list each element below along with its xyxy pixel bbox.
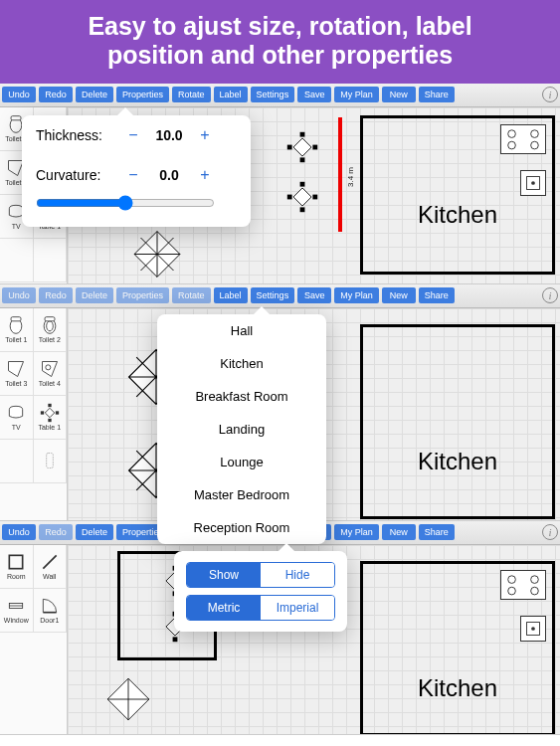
svg-rect-14 (300, 207, 305, 212)
save-button[interactable]: Save (297, 287, 331, 303)
myplan-button[interactable]: My Plan (334, 524, 379, 540)
palette-item-room[interactable]: Room (0, 545, 34, 589)
room-label: Kitchen (418, 448, 497, 475)
info-icon[interactable]: i (542, 87, 558, 102)
kitchen-room[interactable]: Kitchen (360, 561, 555, 734)
svg-rect-16 (312, 194, 317, 199)
svg-rect-7 (293, 137, 311, 155)
svg-rect-34 (46, 453, 53, 467)
palette-item-toilet4[interactable]: Toilet 4 (34, 352, 68, 396)
palette-item-wall[interactable]: Wall (34, 545, 68, 589)
palette-item-door1[interactable]: Door1 (34, 589, 68, 633)
palette-label: TV (12, 424, 21, 431)
svg-rect-33 (56, 411, 59, 414)
label-option[interactable]: Lounge (157, 446, 326, 478)
thickness-plus-button[interactable]: + (193, 123, 217, 147)
palette-item-window[interactable]: Window (0, 589, 34, 633)
metric-option[interactable]: Metric (187, 596, 261, 620)
palette-label: Toilet 4 (39, 380, 61, 387)
palette-label: Toilet 3 (5, 380, 27, 387)
properties-button[interactable]: Properties (116, 287, 169, 303)
toolbar: Undo Redo Delete Properties Rotate Label… (0, 284, 560, 308)
properties-button[interactable]: Properties (116, 87, 169, 102)
svg-rect-12 (293, 187, 311, 205)
palette-item-table1[interactable]: Table 1 (34, 396, 68, 440)
new-button[interactable]: New (382, 87, 416, 102)
units-segment[interactable]: Metric Imperial (186, 595, 335, 621)
svg-rect-32 (41, 411, 44, 414)
save-button[interactable]: Save (297, 87, 331, 102)
palette-item-toilet1[interactable]: Toilet 1 (0, 308, 34, 352)
thickness-input[interactable] (145, 123, 193, 147)
svg-rect-29 (45, 408, 54, 417)
info-icon[interactable]: i (542, 524, 558, 540)
myplan-button[interactable]: My Plan (334, 287, 379, 303)
palette-item-blank[interactable] (0, 440, 34, 483)
palette-item-digit8[interactable] (34, 440, 68, 483)
label-option[interactable]: Breakfast Room (157, 380, 326, 413)
show-option[interactable]: Show (187, 563, 261, 587)
toolbar: Undo Redo Delete Properties Rotate Label… (0, 84, 560, 107)
delete-button[interactable]: Delete (76, 287, 113, 303)
kitchen-room[interactable]: Kitchen (360, 324, 555, 519)
label-option[interactable]: Hall (157, 314, 326, 347)
label-option[interactable]: Master Bedroom (157, 478, 326, 511)
share-button[interactable]: Share (419, 287, 455, 303)
undo-button[interactable]: Undo (2, 87, 36, 102)
symbol-palette: Toilet 1Toilet 2Toilet 3Toilet 4TVTable … (0, 308, 68, 520)
svg-rect-13 (300, 181, 305, 186)
svg-rect-15 (287, 194, 292, 199)
settings-popup: Show Hide Metric Imperial (174, 551, 347, 632)
share-button[interactable]: Share (419, 87, 455, 102)
palette-item-toilet3[interactable]: Toilet 3 (0, 352, 34, 396)
svg-rect-35 (10, 555, 23, 568)
info-icon[interactable]: i (542, 287, 558, 303)
redo-button[interactable]: Redo (39, 287, 73, 303)
palette-label: Wall (43, 573, 56, 580)
palette-item-blank3[interactable] (0, 239, 34, 282)
delete-button[interactable]: Delete (76, 87, 113, 102)
svg-point-18 (508, 141, 516, 149)
settings-button[interactable]: Settings (251, 287, 295, 303)
selected-wall[interactable] (338, 117, 342, 232)
rotate-button[interactable]: Rotate (172, 287, 211, 303)
curvature-label: Curvature: (36, 167, 113, 183)
curvature-minus-button[interactable]: − (121, 163, 145, 187)
rotate-button[interactable]: Rotate (172, 87, 211, 102)
label-option[interactable]: Kitchen (157, 347, 326, 380)
new-button[interactable]: New (382, 524, 416, 540)
kitchen-room[interactable]: Kitchen (360, 115, 555, 275)
palette-item-toilet2[interactable]: Toilet 2 (34, 308, 68, 352)
settings-button[interactable]: Settings (251, 87, 295, 102)
label-button[interactable]: Label (214, 87, 248, 102)
palette-item-blank4[interactable] (34, 239, 68, 282)
undo-button[interactable]: Undo (2, 287, 36, 303)
share-button[interactable]: Share (419, 524, 455, 540)
redo-button[interactable]: Redo (39, 524, 73, 540)
delete-button[interactable]: Delete (76, 524, 113, 540)
label-option[interactable]: Reception Room (157, 511, 326, 544)
visibility-segment[interactable]: Show Hide (186, 562, 335, 588)
room-label: Kitchen (418, 674, 497, 702)
header-line2: position and other properties (8, 41, 552, 70)
palette-label: Table 1 (38, 424, 61, 431)
svg-rect-11 (312, 144, 317, 149)
palette-item-tv[interactable]: TV (0, 396, 34, 440)
svg-rect-1 (11, 116, 21, 120)
myplan-button[interactable]: My Plan (334, 87, 379, 102)
imperial-option[interactable]: Imperial (261, 596, 334, 620)
promo-header: Easy to ajust size, rotation, label posi… (0, 0, 560, 84)
curvature-input[interactable] (145, 163, 193, 187)
new-button[interactable]: New (382, 287, 416, 303)
panel-settings: Undo Redo Delete Properties Rotate Label… (0, 521, 560, 735)
label-button[interactable]: Label (214, 287, 248, 303)
label-option[interactable]: Landing (157, 413, 326, 446)
undo-button[interactable]: Undo (2, 524, 36, 540)
redo-button[interactable]: Redo (39, 87, 73, 102)
palette-label: Room (7, 573, 26, 580)
curvature-plus-button[interactable]: + (193, 163, 217, 187)
hide-option[interactable]: Hide (261, 563, 334, 587)
curvature-slider[interactable] (36, 195, 215, 211)
thickness-minus-button[interactable]: − (121, 123, 145, 147)
svg-point-46 (508, 575, 516, 583)
